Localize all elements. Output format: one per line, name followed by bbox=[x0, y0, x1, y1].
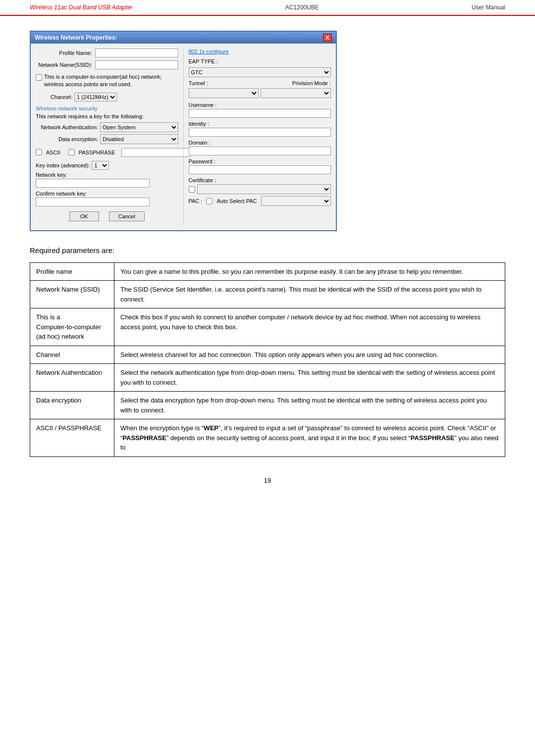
passphrase-bold1: PASSPHRASE bbox=[122, 434, 166, 442]
table-row: ASCII / PASSPHRASE When the encryption t… bbox=[30, 419, 505, 457]
identity-input[interactable] bbox=[189, 128, 331, 137]
passphrase-checkbox[interactable] bbox=[68, 149, 75, 155]
param-adhoc: This is aComputer-to-computer(ad hoc) ne… bbox=[30, 308, 114, 346]
required-heading: Required parameters are: bbox=[30, 246, 505, 254]
wireless-security-section: Wireless network security This network r… bbox=[36, 105, 178, 206]
dialog-body: Profile Name: Network Name(SSID): This i… bbox=[31, 44, 336, 230]
network-auth-label: Network Authentication: bbox=[36, 124, 100, 130]
adhoc-checkbox[interactable] bbox=[36, 74, 42, 81]
certificate-row bbox=[189, 184, 331, 194]
adhoc-label: This is a computer-to-computer(ad hoc) n… bbox=[44, 73, 178, 89]
param-network-name: Network Name (SSID) bbox=[30, 281, 114, 308]
pac-select[interactable] bbox=[261, 196, 331, 206]
confirm-key-label: Confirm network key: bbox=[36, 191, 178, 197]
domain-label: Domain : bbox=[189, 140, 331, 146]
gtc-row: GTC bbox=[189, 67, 331, 77]
param-ascii-passphrase: ASCII / PASSPHRASE bbox=[30, 419, 114, 457]
desc-adhoc: Check this box if you wish to connect to… bbox=[114, 308, 505, 346]
domain-input[interactable] bbox=[189, 147, 331, 155]
dialog-left-panel: Profile Name: Network Name(SSID): This i… bbox=[36, 49, 178, 225]
provision-select[interactable] bbox=[261, 88, 331, 98]
eap-configure-link[interactable]: 802.1x configure bbox=[189, 49, 331, 54]
password-label: Password : bbox=[189, 158, 331, 164]
params-table: Profile name You can give a name to this… bbox=[30, 262, 505, 457]
tunnel-select[interactable] bbox=[189, 88, 259, 98]
network-auth-row: Network Authentication: Open System bbox=[36, 122, 178, 132]
channel-select[interactable]: 1 (2412MHz) bbox=[74, 93, 117, 101]
auto-select-pac-label: Auto Select PAC bbox=[216, 198, 257, 204]
network-key-label: Network key: bbox=[36, 172, 178, 178]
desc-ascii-passphrase: When the encryption type is “WEP”, it’s … bbox=[114, 419, 505, 457]
table-row: Network Name (SSID) The SSID (Service Se… bbox=[30, 281, 505, 308]
adhoc-checkbox-row: This is a computer-to-computer(ad hoc) n… bbox=[36, 73, 178, 89]
confirm-key-input[interactable] bbox=[36, 198, 150, 206]
username-input[interactable] bbox=[189, 109, 331, 118]
eap-type-label: EAP TYPE : bbox=[189, 58, 221, 64]
network-ssid-input[interactable] bbox=[95, 60, 178, 69]
certificate-checkbox[interactable] bbox=[189, 186, 195, 193]
eap-type-row: EAP TYPE : bbox=[189, 58, 331, 64]
page-content: Wireless Network Properties: X Profile N… bbox=[0, 16, 535, 514]
header-left: Wireless 11ac Dual Band USB Adapter bbox=[30, 4, 133, 11]
tunnel-selects bbox=[189, 88, 331, 98]
page-number: 19 bbox=[30, 472, 505, 494]
dialog-titlebar: Wireless Network Properties: X bbox=[31, 32, 336, 44]
certificate-label: Certificate : bbox=[189, 177, 331, 183]
key-index-label: Key index (advanced): bbox=[36, 162, 90, 168]
security-desc: This network requires a key for the foll… bbox=[36, 113, 178, 119]
table-row: Network Authentication Select the networ… bbox=[30, 364, 505, 392]
certificate-select[interactable] bbox=[197, 184, 331, 194]
ascii-passphrase-row: ASCII PASSPHRASE bbox=[36, 148, 178, 157]
dialog-right-panel: 802.1x configure EAP TYPE : GTC Tunnel :… bbox=[183, 49, 331, 225]
key-index-row: Key index (advanced): 1 bbox=[36, 161, 178, 170]
auto-select-pac-checkbox[interactable] bbox=[206, 198, 213, 204]
channel-label: Channel: bbox=[51, 94, 72, 100]
passphrase-label: PASSPHRASE bbox=[79, 150, 115, 155]
header-right: User Manual bbox=[472, 4, 505, 11]
wep-bold: WEP bbox=[204, 424, 218, 432]
desc-network-name: The SSID (Service Set Identifier, i.e. a… bbox=[114, 281, 505, 308]
desc-network-auth: Select the network authentication type f… bbox=[114, 364, 505, 392]
passphrase-input[interactable] bbox=[121, 148, 191, 157]
dialog-close-button[interactable]: X bbox=[323, 34, 332, 42]
ascii-checkbox[interactable] bbox=[36, 149, 42, 155]
header-center: AC1200UBE bbox=[285, 4, 319, 11]
param-channel: Channel bbox=[30, 346, 114, 364]
table-row: Data encryption Select the data encrypti… bbox=[30, 392, 505, 419]
key-index-select[interactable]: 1 bbox=[92, 161, 109, 170]
pac-row: PAC : Auto Select PAC bbox=[189, 196, 331, 206]
username-label: Username : bbox=[189, 102, 331, 108]
pac-label: PAC : bbox=[189, 198, 203, 204]
table-row: Channel Select wireless channel for ad h… bbox=[30, 346, 505, 364]
data-encryption-label: Data encryption: bbox=[36, 136, 100, 142]
password-input[interactable] bbox=[189, 165, 331, 174]
data-encryption-select[interactable]: Disabled bbox=[100, 134, 178, 144]
provision-label: Privision Mode : bbox=[292, 80, 331, 86]
gtc-select[interactable]: GTC bbox=[189, 67, 331, 77]
identity-label: Identity : bbox=[189, 121, 331, 127]
table-row: Profile name You can give a name to this… bbox=[30, 262, 505, 281]
wireless-security-title: Wireless network security bbox=[36, 105, 178, 111]
param-profile-name: Profile name bbox=[30, 262, 114, 281]
table-row: This is aComputer-to-computer(ad hoc) ne… bbox=[30, 308, 505, 346]
ascii-label: ASCII bbox=[46, 150, 60, 155]
passphrase-bold2: PASSPHRASE bbox=[411, 434, 455, 442]
profile-name-row: Profile Name: bbox=[36, 49, 178, 57]
network-ssid-row: Network Name(SSID): bbox=[36, 60, 178, 69]
network-auth-select[interactable]: Open System bbox=[100, 122, 178, 132]
dialog-title: Wireless Network Properties: bbox=[35, 34, 117, 41]
tunnel-provision-labels: Tunnel : Privision Mode : bbox=[189, 80, 331, 86]
param-network-auth: Network Authentication bbox=[30, 364, 114, 392]
channel-row: Channel: 1 (2412MHz) bbox=[36, 93, 178, 101]
ok-button[interactable]: OK bbox=[69, 211, 99, 221]
page-header: Wireless 11ac Dual Band USB Adapter AC12… bbox=[0, 0, 535, 16]
dialog-buttons: OK Cancel bbox=[36, 211, 178, 225]
desc-profile-name: You can give a name to this profile, so … bbox=[114, 262, 505, 281]
profile-name-input[interactable] bbox=[95, 49, 178, 57]
network-key-input[interactable] bbox=[36, 179, 150, 188]
param-data-encryption: Data encryption bbox=[30, 392, 114, 419]
desc-channel: Select wireless channel for ad hoc conne… bbox=[114, 346, 505, 364]
cancel-button[interactable]: Cancel bbox=[109, 211, 145, 221]
profile-name-label: Profile Name: bbox=[36, 50, 95, 56]
tunnel-label: Tunnel : bbox=[189, 80, 211, 86]
